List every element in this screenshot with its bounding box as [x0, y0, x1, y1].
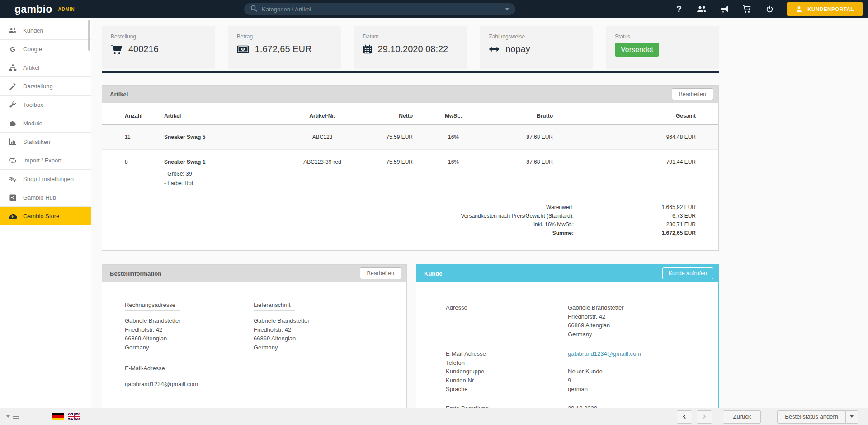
sidebar-item-kunden[interactable]: Kunden	[0, 21, 91, 40]
share-square-icon	[8, 194, 18, 201]
cart-icon[interactable]	[742, 4, 752, 14]
status-dropdown-button[interactable]	[846, 410, 858, 424]
order-date: 29.10.2020 08:22	[378, 44, 448, 54]
address-line: 66869 Altenglan	[568, 321, 718, 330]
edit-articles-button[interactable]: Bearbeiten	[672, 88, 713, 100]
help-icon[interactable]: ?	[674, 4, 684, 14]
sidebar-nav: Kunden G Google Artikel Darstellung Tool…	[0, 18, 91, 408]
open-customer-button[interactable]: Kunde aufrufen	[662, 267, 714, 279]
order-info-header: Bestellinformation Bearbeiten	[102, 265, 406, 282]
sidebar-item-toolbox[interactable]: Toolbox	[0, 96, 91, 114]
address-line: 66869 Altenglan	[254, 334, 382, 343]
caret-down-icon	[6, 415, 10, 418]
sidebar-item-label: Statistiken	[23, 138, 50, 145]
order-detail-content: Bestellung 400216 Betrag 1.672,65 EUR Da…	[102, 26, 719, 425]
power-icon[interactable]	[764, 4, 774, 14]
email-heading: E-Mail-Adresse	[125, 365, 170, 374]
sidebar-item-google[interactable]: G Google	[0, 40, 91, 58]
col-brutto: Brutto	[494, 105, 553, 125]
megaphone-icon[interactable]	[719, 4, 729, 14]
address-line: Friedhofstr. 42	[568, 312, 718, 321]
article-number: ABC123-39-red	[273, 150, 372, 197]
top-navbar: gambio ADMIN ? KUNDENP	[0, 0, 868, 18]
sidebar-item-label: Module	[23, 120, 42, 127]
kundenportal-button[interactable]: KUNDENPORTAL	[787, 2, 863, 16]
sidebar-item-statistiken[interactable]: Statistiken	[0, 133, 91, 151]
gambio-logo[interactable]: gambio	[14, 3, 52, 15]
article-attribute: - Farbe: Rot	[164, 179, 273, 188]
sidebar-item-gambio-hub[interactable]: Gambio Hub	[0, 188, 91, 207]
total-value: 1.665,92 EUR	[574, 203, 696, 212]
article-qty: 11	[102, 125, 164, 150]
col-mwst: MwSt.:	[413, 105, 494, 125]
order-summary-cards: Bestellung 400216 Betrag 1.672,65 EUR Da…	[102, 26, 719, 69]
google-icon: G	[8, 45, 18, 53]
card-label: Zahlungsweise	[489, 33, 593, 40]
uk-flag[interactable]	[68, 413, 80, 420]
article-row: 11 Sneaker Swag 5 ABC123 75.59 EUR 16% 8…	[102, 125, 718, 150]
next-order-button[interactable]	[697, 410, 712, 424]
table-header-row: Anzahl Artikel Artikel-Nr. Netto MwSt.: …	[102, 105, 718, 125]
card-betrag: Betrag 1.672,65 EUR	[228, 26, 341, 69]
change-order-status-button[interactable]: Bestellstatus ändern	[777, 410, 846, 424]
col-anzahl: Anzahl	[102, 105, 164, 125]
edit-order-info-button[interactable]: Bearbeiten	[360, 267, 401, 279]
articles-panel-header: Artikel Bearbeiten	[102, 86, 718, 103]
sidebar-item-darstellung[interactable]: Darstellung	[0, 77, 91, 96]
search-caret-icon[interactable]	[505, 8, 509, 10]
sidebar-item-import-export[interactable]: Import / Export	[0, 151, 91, 170]
users-icon[interactable]	[697, 4, 707, 14]
sidebar-item-artikel[interactable]: Artikel	[0, 58, 91, 77]
customer-email-link[interactable]: gabibrand1234@gmaill.com	[568, 350, 641, 357]
card-zahlungsweise: Zahlungsweise nopay	[480, 26, 593, 69]
card-status: Status Versendet	[606, 26, 719, 69]
footer-actions: Zurück Bestellstatus ändern	[677, 410, 858, 424]
gears-icon	[8, 176, 18, 182]
sidebar-scrollbar-thumb[interactable]	[88, 20, 90, 51]
order-email-link[interactable]: gabibrand1234@gmaill.com	[125, 381, 198, 387]
prev-order-button[interactable]	[677, 410, 692, 424]
shipping-address-block: Lieferanschrift Gabriele Brandstetter Fr…	[254, 301, 382, 388]
search-input[interactable]	[262, 6, 505, 13]
sidebar-item-shop-einstellungen[interactable]: Shop Einstellungen	[0, 170, 91, 188]
sitemap-icon	[8, 64, 18, 71]
billing-address-block: Rechnungsadresse Gabriele Brandstetter F…	[125, 301, 254, 388]
money-bill-icon	[237, 45, 249, 53]
articles-panel-title: Artikel	[110, 91, 128, 98]
footer-menu-toggle[interactable]	[6, 415, 19, 418]
field-value: Neuer Kunde	[568, 367, 718, 376]
customer-field-row: E-Mail-Adresse gabibrand1234@gmaill.com	[446, 349, 718, 358]
field-label: E-Mail-Adresse	[446, 349, 568, 358]
users-icon	[8, 27, 18, 33]
article-attribute: - Größe: 39	[164, 169, 273, 178]
person-icon	[796, 6, 802, 13]
sidebar-item-label: Artikel	[23, 64, 39, 71]
search-icon	[250, 5, 257, 14]
back-button[interactable]: Zurück	[723, 410, 761, 424]
address-line: Gabriele Brandstetter	[254, 316, 382, 325]
sidebar-item-label: Gambio Store	[23, 213, 59, 220]
customer-panel-title: Kunde	[424, 270, 442, 277]
address-line: Friedhofstr. 42	[125, 325, 254, 334]
global-search[interactable]	[244, 3, 515, 15]
customer-field-row: Kundengruppe Neuer Kunde	[446, 367, 718, 376]
article-vat: 16%	[413, 150, 494, 197]
sidebar-item-module[interactable]: Module	[0, 114, 91, 133]
german-flag[interactable]	[52, 413, 64, 420]
card-datum: Datum 29.10.2020 08:22	[354, 26, 467, 69]
footer-bar: Zurück Bestellstatus ändern	[0, 408, 868, 425]
field-label: Kunden Nr.	[446, 376, 568, 385]
article-gross: 87.68 EUR	[494, 125, 553, 150]
sidebar-item-gambio-store[interactable]: Gambio Store	[0, 207, 91, 225]
field-value: 9	[568, 376, 718, 385]
puzzle-icon	[8, 120, 18, 127]
field-label: Kundengruppe	[446, 367, 568, 376]
sidebar-item-label: Shop Einstellungen	[23, 176, 74, 182]
card-label: Bestellung	[111, 33, 215, 40]
address-line: Gabriele Brandstetter	[568, 303, 718, 312]
total-row: Warenwert: 1.665,92 EUR	[102, 203, 696, 212]
customer-panel: Kunde Kunde aufrufen Adresse Gabriele Br…	[416, 264, 719, 425]
order-totals: Warenwert: 1.665,92 EUR Versandkosten na…	[102, 203, 696, 238]
order-number: 400216	[128, 44, 159, 54]
customer-field-row: Kunden Nr. 9	[446, 376, 718, 385]
